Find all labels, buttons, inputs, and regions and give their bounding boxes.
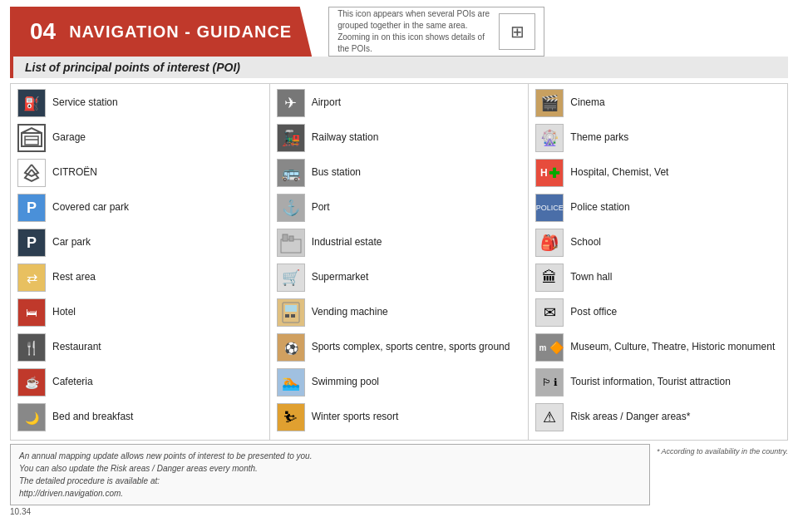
header-info-box: This icon appears when several POIs are … — [328, 7, 544, 57]
footer-line-3: The detailed procedure is available at: — [19, 475, 641, 487]
poi-table: ⛽ Service station Garage CITROËN P Cover… — [10, 83, 788, 441]
list-item: 🎬 Cinema — [535, 89, 781, 117]
svg-rect-12 — [285, 314, 289, 318]
risk-areas-icon: ⚠ — [535, 403, 564, 431]
list-item: 🏳 ℹ Tourist information, Tourist attract… — [535, 368, 781, 397]
list-item: 🏛 Town hall — [535, 264, 781, 292]
poi-label: Rest area — [52, 271, 96, 284]
vending-icon — [277, 298, 305, 327]
poi-column-2: ✈ Airport 🚂 Railway station 🚌 Bus statio… — [270, 84, 530, 440]
cinema-icon: 🎬 — [535, 89, 564, 117]
poi-label: Hospital, Chemist, Vet — [570, 166, 668, 180]
poi-label: Restaurant — [52, 341, 101, 354]
list-item: ⇄ Rest area — [17, 264, 263, 292]
poi-column-1: ⛽ Service station Garage CITROËN P Cover… — [11, 84, 270, 440]
poi-label: Car park — [52, 236, 91, 249]
poi-label: Covered car park — [52, 201, 129, 214]
list-item: ✉ Post office — [535, 298, 781, 327]
footer-footnote: * According to availability in the count… — [657, 444, 788, 456]
poi-label: Port — [312, 201, 330, 214]
list-item: Garage — [17, 124, 263, 152]
list-item: ☕ Cafeteria — [17, 368, 263, 397]
svg-text:🌙: 🌙 — [25, 411, 40, 426]
list-item: 🎒 School — [535, 229, 781, 257]
list-item: 🛒 Supermarket — [277, 264, 522, 292]
theme-parks-icon: 🎡 — [535, 124, 564, 152]
garage-icon — [17, 124, 46, 152]
poi-label: Tourist information, Tourist attraction — [570, 376, 731, 389]
chapter-title: NAVIGATION - GUIDANCE — [69, 22, 292, 42]
poi-label: Post office — [570, 306, 617, 319]
poi-label: Town hall — [570, 271, 612, 284]
poi-label: Sports complex, sports centre, sports gr… — [312, 341, 510, 354]
poi-label: Service station — [52, 96, 118, 110]
bus-icon: 🚌 — [277, 159, 305, 187]
list-item: 🍴 Restaurant — [17, 333, 263, 362]
list-item: CITROËN — [17, 159, 263, 187]
poi-label: Theme parks — [570, 131, 628, 145]
poi-label: Hotel — [52, 306, 76, 319]
list-item: 🚌 Bus station — [277, 159, 522, 187]
list-item: POLICE Police station — [535, 194, 781, 222]
list-item: 🛏 Hotel — [17, 298, 263, 327]
list-item: ✈ Airport — [277, 89, 522, 117]
svg-rect-8 — [283, 234, 288, 241]
footer-line-4: http://driven.navigation.com. — [19, 487, 641, 500]
winter-sports-icon: ⛷ — [277, 403, 305, 431]
poi-label: Bus station — [312, 166, 361, 180]
railway-icon: 🚂 — [277, 124, 305, 152]
list-item: ⛷ Winter sports resort — [277, 403, 522, 431]
poi-label: CITROËN — [52, 166, 97, 180]
airport-icon: ✈ — [277, 89, 305, 117]
poi-label: Risk areas / Danger areas* — [570, 411, 690, 424]
tourist-icon: 🏳 ℹ — [535, 368, 564, 397]
port-icon: ⚓ — [277, 194, 305, 222]
poi-label: Railway station — [312, 131, 379, 145]
list-item: 🎡 Theme parks — [535, 124, 781, 152]
chapter-number: 04 — [30, 18, 56, 45]
poi-label: Swimming pool — [312, 376, 379, 389]
list-item: ⚠ Risk areas / Danger areas* — [535, 403, 781, 431]
footer-note: An annual mapping update allows new poin… — [10, 444, 650, 505]
poi-label: Cinema — [570, 96, 604, 110]
poi-label: Industrial estate — [312, 236, 382, 249]
carpark-icon: P — [17, 229, 46, 257]
rest-area-icon: ⇄ — [17, 264, 46, 292]
list-item: m 🔶 Museum, Culture, Theatre, Historic m… — [535, 333, 781, 362]
list-item: ⚓ Port — [277, 194, 522, 222]
poi-label: Garage — [52, 131, 86, 145]
header-poi-icon: ⊞ — [499, 13, 535, 50]
svg-rect-13 — [291, 314, 295, 318]
list-item: ⚽ Sports complex, sports centre, sports … — [277, 333, 522, 362]
police-icon: POLICE — [535, 194, 564, 222]
section-title-bar: List of principal points of interest (PO… — [10, 57, 788, 78]
svg-rect-1 — [25, 136, 38, 145]
poi-label: Museum, Culture, Theatre, Historic monum… — [570, 341, 775, 354]
list-item: 🏊 Swimming pool — [277, 368, 522, 397]
poi-label: Vending machine — [312, 306, 388, 319]
poi-label: Police station — [570, 201, 629, 214]
list-item: P Car park — [17, 229, 263, 257]
page-header: 04 NAVIGATION - GUIDANCE This icon appea… — [0, 0, 798, 57]
swimming-icon: 🏊 — [277, 368, 305, 397]
bnb-icon: 🌙 — [17, 403, 46, 431]
list-item: 🌙 Bed and breakfast — [17, 403, 263, 431]
supermarket-icon: 🛒 — [277, 264, 305, 292]
list-item: Vending machine — [277, 298, 522, 327]
list-item: P Covered car park — [17, 194, 263, 222]
list-item: Industrial estate — [277, 229, 522, 257]
svg-rect-11 — [285, 305, 297, 312]
post-office-icon: ✉ — [535, 298, 564, 327]
section-title: List of principal points of interest (PO… — [25, 61, 240, 74]
poi-label: Cafeteria — [52, 376, 93, 389]
svg-text:⚽: ⚽ — [283, 342, 298, 356]
fuel-icon: ⛽ — [17, 89, 46, 117]
poi-label: School — [570, 236, 601, 249]
footer-line-1: An annual mapping update allows new poin… — [19, 450, 641, 462]
svg-rect-9 — [289, 236, 293, 241]
restaurant-icon: 🍴 — [17, 333, 46, 362]
header-info-text: This icon appears when several POIs are … — [337, 8, 492, 55]
poi-label: Winter sports resort — [312, 411, 399, 424]
cafeteria-icon: ☕ — [17, 368, 46, 397]
list-item: 🚂 Railway station — [277, 124, 522, 152]
